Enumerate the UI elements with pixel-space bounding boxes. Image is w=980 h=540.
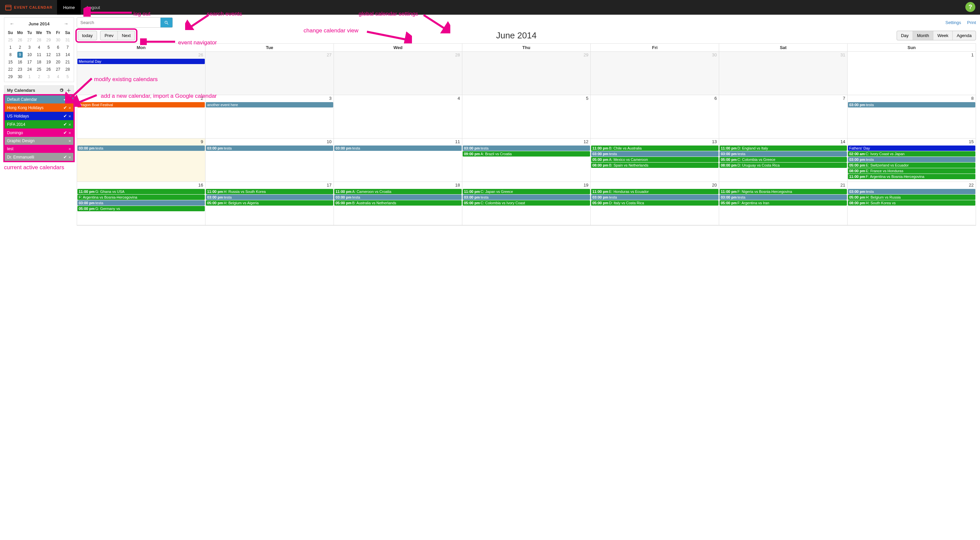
next-button[interactable]: Next	[118, 31, 135, 40]
plus-icon[interactable]	[66, 88, 71, 93]
day-cell[interactable]: 3another event here	[205, 95, 334, 138]
mini-day[interactable]: 31	[63, 37, 72, 44]
mini-day[interactable]: 8	[6, 51, 15, 58]
mini-day[interactable]: 2	[34, 73, 44, 80]
calendar-item[interactable]: FIFA 2014✔✕	[4, 120, 74, 129]
close-icon[interactable]: ✕	[68, 123, 71, 126]
mini-day[interactable]: 15	[6, 58, 15, 66]
event[interactable]: 11:00 pmC: Japan vs Greece	[463, 189, 590, 194]
event[interactable]: 05:00 pmB: Australia vs Netherlands	[334, 200, 461, 205]
mini-day[interactable]: 27	[25, 37, 34, 44]
event[interactable]: 08:00 pmB: Spain vs Netherlands	[591, 162, 719, 168]
mini-day[interactable]: 11	[34, 51, 44, 58]
day-cell[interactable]: 4	[334, 95, 462, 138]
close-icon[interactable]: ✕	[68, 156, 71, 159]
mini-day[interactable]: 27	[53, 66, 63, 73]
mini-day[interactable]: 30	[15, 73, 25, 80]
mini-day[interactable]: 10	[25, 51, 34, 58]
event[interactable]: 03:00 pmtesta	[848, 102, 975, 107]
event[interactable]: 03:00 pmtesta	[77, 200, 205, 205]
close-icon[interactable]: ✕	[68, 131, 71, 135]
calendar-item[interactable]: Default Calendar✔✕	[4, 95, 74, 104]
mini-day[interactable]: 2	[15, 44, 25, 51]
event[interactable]: 09:00 pmA: Brazil vs Croatia	[463, 151, 590, 156]
day-cell[interactable]: 2011:00 pmE: Honduras vs Ecuador03:00 pm…	[590, 182, 719, 225]
event[interactable]: 08:00 pmD: Uruguay vs Costa Rica	[719, 162, 847, 168]
event[interactable]: Memorial Day	[77, 59, 205, 64]
mini-day[interactable]: 12	[44, 51, 53, 58]
mini-day[interactable]: 1	[25, 73, 34, 80]
event[interactable]: 03:00 pmtesta	[591, 194, 719, 200]
search-input[interactable]	[77, 18, 161, 27]
day-cell[interactable]: 1611:00 pmG: Ghana vs USAF: Argentina vs…	[77, 182, 205, 225]
close-icon[interactable]: ✕	[68, 106, 71, 110]
mini-day[interactable]: 26	[44, 66, 53, 73]
mini-day[interactable]: 6	[53, 44, 63, 51]
day-cell[interactable]: 28	[334, 52, 462, 95]
prev-button[interactable]: Prev	[100, 31, 118, 40]
day-cell[interactable]: 6	[590, 95, 719, 138]
event[interactable]: 11:00 pmE: Honduras vs Ecuador	[591, 189, 719, 194]
day-cell[interactable]: 1	[847, 52, 976, 95]
mini-next-button[interactable]: →	[62, 20, 70, 27]
event[interactable]: 11:00 pmH: Russia vs South Korea	[206, 189, 333, 194]
day-cell[interactable]: 803:00 pmtesta	[847, 95, 976, 138]
mini-day[interactable]: 29	[44, 37, 53, 44]
event[interactable]: 03:00 pmtesta	[334, 145, 461, 151]
mini-day[interactable]: 25	[6, 37, 15, 44]
calendar-item[interactable]: Dr. Emmanuelli✔✕	[4, 153, 74, 161]
event[interactable]: 11:00 pmA: Cameroon vs Croatia	[334, 189, 461, 194]
day-cell[interactable]: 7	[719, 95, 847, 138]
event[interactable]: 11:00 pmD: England vs Italy	[719, 145, 847, 151]
day-cell[interactable]: 2111:00 pmF: Nigeria vs Bosnia-Hercegovi…	[719, 182, 847, 225]
mini-day[interactable]: 30	[53, 37, 63, 44]
event[interactable]: 05:00 pmH: Belgium vs Algeria	[206, 200, 333, 205]
print-link[interactable]: Print	[967, 20, 976, 25]
search-button[interactable]	[161, 18, 172, 27]
day-cell[interactable]: 31	[719, 52, 847, 95]
calendar-item[interactable]: test✕	[4, 145, 74, 153]
event[interactable]: 05:00 pmC: Colombia vs Greece	[719, 157, 847, 162]
mini-day[interactable]: 20	[53, 58, 63, 66]
mini-day[interactable]: 25	[34, 66, 44, 73]
event[interactable]: 11:00 pmG: Ghana vs USA	[77, 189, 205, 194]
view-week-button[interactable]: Week	[933, 31, 952, 40]
nav-logout[interactable]: Logout	[81, 0, 106, 15]
event[interactable]: 03:00 pmtesta	[719, 194, 847, 200]
day-cell[interactable]: 2Dragon Boat Festival	[77, 95, 205, 138]
day-cell[interactable]: 1911:00 pmC: Japan vs Greece03:00 pmtest…	[462, 182, 590, 225]
event[interactable]: 05:00 pmD: Italy vs Costa Rica	[591, 200, 719, 205]
event[interactable]: 05:00 pmE: Switzerland vs Ecuador	[848, 162, 975, 168]
mini-prev-button[interactable]: ←	[8, 20, 16, 27]
mini-day[interactable]: 16	[15, 58, 25, 66]
day-cell[interactable]: 1103:00 pmtesta	[334, 139, 462, 182]
event[interactable]: 03:00 pmtesta	[463, 194, 590, 200]
view-month-button[interactable]: Month	[913, 31, 933, 40]
calendar-item[interactable]: Graphic Design✕	[4, 137, 74, 145]
mini-day[interactable]: 1	[6, 44, 15, 51]
event[interactable]: 05:00 pmC: Colombia vs Ivory Coast	[463, 200, 590, 205]
day-cell[interactable]: 5	[462, 95, 590, 138]
day-cell[interactable]: 1003:00 pmtesta	[205, 139, 334, 182]
mini-day[interactable]: 18	[34, 58, 44, 66]
event[interactable]: 03:00 pmtesta	[77, 145, 205, 151]
day-cell[interactable]: 29	[462, 52, 590, 95]
help-button[interactable]: ?	[965, 2, 975, 12]
mini-day[interactable]: 17	[25, 58, 34, 66]
calendar-item[interactable]: Domingo✔✕	[4, 129, 74, 137]
day-cell[interactable]: 15Fathers' Day02:00 amC: Ivory Coast vs …	[847, 139, 976, 182]
event[interactable]: 03:00 pmtesta	[719, 151, 847, 156]
event[interactable]: 05:00 pmA: Mexico vs Cameroon	[591, 157, 719, 162]
day-cell[interactable]: 26Memorial Day	[77, 52, 205, 95]
mini-day[interactable]: 23	[15, 66, 25, 73]
mini-day[interactable]: 21	[63, 58, 72, 66]
nav-home[interactable]: Home	[57, 0, 81, 15]
event[interactable]: F: Argentina vs Bosnia-Hercegovina	[77, 194, 205, 200]
day-cell[interactable]: 27	[205, 52, 334, 95]
mini-day[interactable]: 4	[34, 44, 44, 51]
event[interactable]: 11:00 pmB: Chile vs Australia	[591, 145, 719, 151]
gear-icon[interactable]	[59, 88, 64, 93]
settings-link[interactable]: Settings	[945, 20, 961, 25]
mini-day[interactable]: 5	[44, 44, 53, 51]
close-icon[interactable]: ✕	[68, 98, 71, 102]
